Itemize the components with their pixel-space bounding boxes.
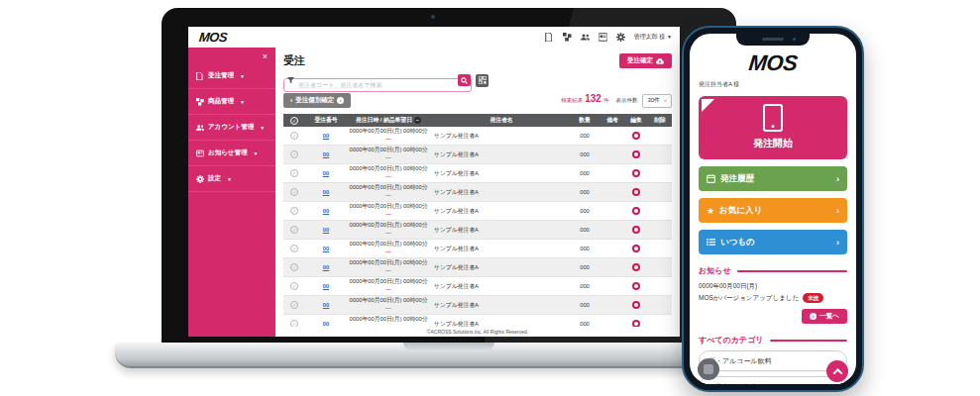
sidebar-close-icon[interactable]: × bbox=[188, 48, 275, 63]
circle-chevron-icon: › bbox=[810, 313, 817, 320]
column-header-orderer: 発注者名 bbox=[430, 116, 569, 125]
check-icon: ✓ bbox=[290, 169, 298, 177]
edit-button[interactable] bbox=[624, 150, 648, 159]
check-icon: ✓ bbox=[290, 117, 298, 125]
edit-button[interactable] bbox=[624, 245, 648, 253]
sidebar-item-order-management[interactable]: 受注管理 ▼ bbox=[188, 63, 275, 89]
table-row: ✓ 00 0000年00月00日(月) 00時00分 — サンプル発注者A 00… bbox=[283, 258, 672, 277]
news-icon bbox=[196, 149, 204, 157]
edit-button[interactable] bbox=[624, 188, 648, 197]
list-icon bbox=[707, 238, 715, 247]
news-list-button[interactable]: › 一覧へ bbox=[802, 309, 847, 324]
edit-icon bbox=[632, 150, 640, 158]
row-checkbox[interactable]: ✓ bbox=[283, 263, 305, 271]
order-history-label: 発注履歴 bbox=[720, 173, 754, 185]
order-datetime: 0000年00月00日(月) 00時00分 bbox=[347, 297, 430, 305]
order-history-button[interactable]: 発注履歴 › bbox=[699, 166, 847, 191]
delivery-date-empty: — bbox=[347, 230, 430, 238]
search-button[interactable] bbox=[458, 74, 471, 86]
order-number-link[interactable]: 00 bbox=[323, 246, 329, 251]
check-icon: ✓ bbox=[290, 282, 298, 290]
products-icon[interactable] bbox=[563, 33, 572, 42]
row-checkbox[interactable]: ✓ bbox=[283, 169, 305, 177]
edit-button[interactable] bbox=[624, 226, 648, 235]
edit-icon bbox=[632, 188, 640, 196]
order-number-link[interactable]: 00 bbox=[323, 170, 329, 176]
edit-button[interactable] bbox=[624, 207, 648, 216]
search-icon bbox=[461, 77, 468, 84]
phone-speaker bbox=[762, 38, 784, 41]
laptop-camera-dot bbox=[431, 15, 435, 19]
row-checkbox[interactable]: ✓ bbox=[283, 188, 305, 196]
sidebar-item-news-management[interactable]: お知らせ管理 ▼ bbox=[188, 141, 275, 166]
order-number-link[interactable]: 00 bbox=[323, 302, 329, 308]
edit-button[interactable] bbox=[624, 169, 648, 178]
scroll-top-button[interactable] bbox=[826, 360, 848, 382]
usual-items-label: いつもの bbox=[720, 237, 755, 248]
orderer-name: サンプル発注者A bbox=[430, 169, 569, 178]
chevron-right-icon: › bbox=[836, 206, 839, 216]
edit-button[interactable] bbox=[624, 263, 648, 272]
order-number-link[interactable]: 00 bbox=[323, 133, 329, 139]
individual-confirm-button[interactable]: › 受注個別確定 › bbox=[283, 93, 351, 108]
select-all-checkbox[interactable]: ✓ bbox=[283, 117, 305, 125]
order-table: ✓ 受注番号 発注日時 / 納品希望日− 発注者名 数量 備考 編集 削除 bbox=[283, 114, 672, 334]
chevron-down-icon: ˅ bbox=[664, 98, 667, 104]
orderer-name: サンプル発注者A bbox=[430, 282, 569, 291]
order-number-link[interactable]: 00 bbox=[323, 264, 329, 270]
order-date-cell: 0000年00月00日(月) 00時00分 — bbox=[347, 222, 430, 237]
row-checkbox[interactable]: ✓ bbox=[283, 282, 305, 290]
news-icon[interactable] bbox=[599, 33, 607, 42]
section-divider bbox=[770, 340, 848, 342]
edit-button[interactable] bbox=[624, 301, 648, 310]
users-icon[interactable] bbox=[581, 33, 590, 42]
table-row: ✓ 00 0000年00月00日(月) 00時00分 — サンプル発注者A 00… bbox=[283, 183, 672, 202]
page-size-select[interactable]: 30件 ˅ bbox=[642, 94, 672, 108]
sidebar-item-product-management[interactable]: 商品管理 ▼ bbox=[188, 89, 275, 115]
result-unit: 件 bbox=[603, 97, 609, 104]
user-menu[interactable]: 管理太郎 様 ▼ bbox=[634, 33, 672, 42]
chevron-down-icon: ▼ bbox=[227, 176, 232, 182]
edit-button[interactable] bbox=[624, 282, 648, 291]
order-qty: 000 bbox=[569, 208, 600, 214]
tablet-icon bbox=[763, 104, 783, 132]
row-checkbox[interactable]: ✓ bbox=[283, 226, 305, 234]
document-icon[interactable] bbox=[545, 33, 554, 42]
mos-logo: MOS bbox=[698, 50, 849, 76]
order-number-link[interactable]: 00 bbox=[323, 151, 329, 157]
gear-icon[interactable] bbox=[616, 33, 625, 42]
usual-items-button[interactable]: いつもの › bbox=[699, 230, 847, 254]
edit-button[interactable] bbox=[624, 132, 648, 141]
sidebar-item-label: 受注管理 bbox=[208, 71, 234, 80]
row-checkbox[interactable]: ✓ bbox=[283, 301, 305, 309]
column-header-order-no: 受注番号 bbox=[305, 116, 347, 125]
column-header-date[interactable]: 発注日時 / 納品希望日− bbox=[347, 116, 430, 125]
mos-logo: MOS bbox=[198, 30, 228, 45]
favorites-button[interactable]: ★ お気に入り › bbox=[699, 198, 847, 223]
sidebar-item-label: 商品管理 bbox=[208, 97, 234, 106]
row-checkbox[interactable]: ✓ bbox=[283, 245, 305, 252]
orderer-name: サンプル発注者A bbox=[430, 150, 569, 159]
sidebar-item-settings[interactable]: 設定 ▼ bbox=[188, 166, 275, 192]
order-number-link[interactable]: 00 bbox=[323, 227, 329, 233]
chevron-down-icon: ▼ bbox=[253, 150, 258, 156]
order-number-link[interactable]: 00 bbox=[323, 189, 329, 195]
category-item-alcohol[interactable]: 酒・アルコール飲料 › bbox=[699, 350, 847, 371]
sort-icon: − bbox=[414, 117, 421, 124]
result-label: 検索結果 bbox=[561, 97, 583, 104]
order-datetime: 0000年00月00日(月) 00時00分 bbox=[347, 184, 430, 192]
upload-cloud-icon bbox=[656, 58, 664, 64]
order-number-link[interactable]: 00 bbox=[323, 283, 329, 289]
row-checkbox[interactable]: ✓ bbox=[283, 132, 305, 140]
order-confirm-button[interactable]: 受注確定 bbox=[619, 53, 672, 68]
category-item-beauty[interactable]: 理美容品・化粧品 › bbox=[699, 376, 847, 384]
start-order-button[interactable]: 発注開始 bbox=[699, 96, 847, 159]
row-checkbox[interactable]: ✓ bbox=[283, 207, 305, 215]
order-confirm-label: 受注確定 bbox=[627, 56, 653, 65]
barcode-scan-button[interactable] bbox=[476, 74, 489, 87]
assist-floating-button[interactable] bbox=[698, 358, 719, 380]
order-number-link[interactable]: 00 bbox=[323, 208, 329, 214]
row-checkbox[interactable]: ✓ bbox=[283, 150, 305, 158]
sidebar-item-account-management[interactable]: アカウント管理 ▼ bbox=[188, 115, 275, 141]
search-input[interactable] bbox=[283, 78, 472, 92]
